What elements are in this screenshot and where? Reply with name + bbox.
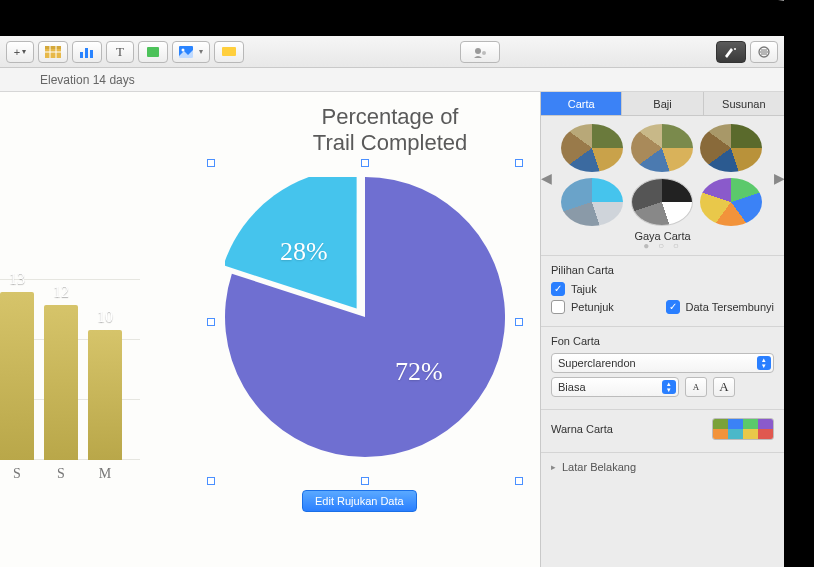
insert-dropdown-button[interactable]: +▾: [6, 41, 34, 63]
checkbox-title[interactable]: [551, 282, 565, 296]
chart-button[interactable]: [72, 41, 102, 63]
sheet-tab-bar: Elevation 14 days: [0, 68, 784, 92]
section-title: Pilihan Carta: [551, 264, 774, 276]
checkbox-label: Data Tersembunyi: [686, 301, 774, 313]
font-larger-button[interactable]: A: [713, 377, 735, 397]
bar: 13: [0, 292, 34, 460]
chart-color-section: Warna Carta: [541, 409, 784, 452]
resize-handle[interactable]: [207, 318, 215, 326]
chart-style-thumb[interactable]: [700, 124, 762, 172]
resize-handle[interactable]: [515, 477, 523, 485]
format-inspector-button[interactable]: [716, 41, 746, 63]
resize-handle[interactable]: [207, 159, 215, 167]
svg-rect-7: [90, 50, 93, 58]
background-section: Latar Belakang: [541, 452, 784, 481]
media-button[interactable]: ▾: [172, 41, 210, 63]
chart-style-thumb[interactable]: [631, 178, 693, 226]
tab-arrange[interactable]: Susunan: [704, 92, 784, 115]
chart-options-section: Pilihan Carta Tajuk Petunjuk Data Tersem…: [541, 255, 784, 326]
font-style-select[interactable]: Biasa: [551, 377, 679, 397]
chart-style-thumb[interactable]: [561, 178, 623, 226]
chart-font-section: Fon Carta Superclarendon Biasa A A: [541, 326, 784, 409]
bar: 12: [44, 305, 78, 460]
bar: 10: [88, 330, 122, 460]
resize-handle[interactable]: [207, 477, 215, 485]
checkbox-label: Tajuk: [571, 283, 597, 295]
svg-rect-1: [45, 46, 61, 49]
shape-button[interactable]: [138, 41, 168, 63]
text-button[interactable]: T: [106, 41, 134, 63]
toolbar: +▾ T ▾: [0, 36, 784, 68]
svg-point-10: [182, 48, 185, 51]
resize-handle[interactable]: [515, 318, 523, 326]
page-dots[interactable]: ● ○ ○: [547, 240, 778, 251]
table-button[interactable]: [38, 41, 68, 63]
resize-handle[interactable]: [361, 159, 369, 167]
color-swatch-picker[interactable]: [712, 418, 774, 440]
checkbox-hidden-data[interactable]: [666, 300, 680, 314]
filter-button[interactable]: [750, 41, 778, 63]
svg-point-12: [475, 48, 481, 54]
app-window: +▾ T ▾ Elevation 14 days 13 12 10: [0, 36, 784, 567]
chart-style-thumb[interactable]: [561, 124, 623, 172]
resize-handle[interactable]: [515, 159, 523, 167]
font-family-select[interactable]: Superclarendon: [551, 353, 774, 373]
pie-slice-label: 72%: [395, 357, 443, 387]
comment-button[interactable]: [214, 41, 244, 63]
pie-chart[interactable]: 28% 72%: [225, 177, 505, 457]
collab-button[interactable]: [460, 41, 500, 63]
inspector-tabs: Carta Baji Susunan: [541, 92, 784, 116]
format-inspector: Carta Baji Susunan ◀ ▶ Gaya Carta ● ○ ○: [540, 92, 784, 567]
font-smaller-button[interactable]: A: [685, 377, 707, 397]
checkbox-label: Petunjuk: [571, 301, 614, 313]
svg-point-13: [482, 51, 486, 55]
tab-chart[interactable]: Carta: [541, 92, 622, 115]
chart-title[interactable]: Percentage of Trail Completed: [260, 104, 520, 157]
svg-rect-8: [147, 47, 159, 57]
resize-handle[interactable]: [361, 477, 369, 485]
pie-slice-label: 28%: [280, 237, 328, 267]
chart-style-thumb[interactable]: [700, 178, 762, 226]
chart-style-picker: ◀ ▶ Gaya Carta ● ○ ○: [541, 116, 784, 255]
chevron-right-icon[interactable]: ▶: [774, 170, 784, 186]
section-title: Warna Carta: [551, 423, 613, 435]
svg-rect-11: [222, 47, 236, 56]
sheet-name[interactable]: Elevation 14 days: [40, 73, 135, 87]
section-title: Fon Carta: [551, 335, 774, 347]
svg-point-14: [734, 48, 736, 50]
tab-wedge[interactable]: Baji: [622, 92, 703, 115]
chart-style-thumb[interactable]: [631, 124, 693, 172]
bar-chart-preview: 13 12 10 S S M: [0, 202, 140, 482]
checkbox-legend[interactable]: [551, 300, 565, 314]
svg-rect-5: [80, 52, 83, 58]
edit-data-button[interactable]: Edit Rujukan Data: [302, 490, 417, 512]
canvas[interactable]: 13 12 10 S S M Percentage of Trail Compl…: [0, 92, 540, 567]
disclosure-background[interactable]: Latar Belakang: [551, 461, 774, 473]
chevron-left-icon[interactable]: ◀: [541, 170, 551, 186]
svg-rect-6: [85, 48, 88, 58]
